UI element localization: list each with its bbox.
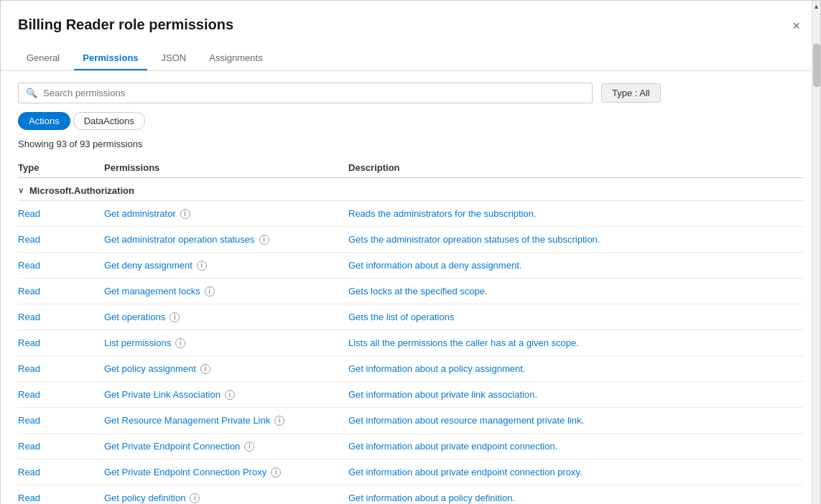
table-row: Read Get deny assignment i Get informati… [18,253,803,279]
info-icon[interactable]: i [197,261,207,271]
table-row: Read Get administrator operation statuse… [18,227,803,253]
desc-cell: Gets locks at the specified scope. [348,286,803,297]
info-icon[interactable]: i [274,416,284,426]
info-icon[interactable]: i [200,364,210,374]
perm-cell: Get deny assignment i [104,260,348,271]
chevron-icon[interactable]: ∨ [18,186,24,195]
info-icon[interactable]: i [259,235,269,245]
table-row: Read Get Private Link Association i Get … [18,382,803,408]
desc-cell: Get information about resource managemen… [348,415,803,426]
desc-cell: Get information about private endpoint c… [348,441,803,452]
perm-name: Get administrator operation statuses [104,234,255,245]
col-header-permissions: Permissions [104,162,348,173]
perm-name: Get Private Link Association [104,389,221,400]
desc-cell: Lists all the permissions the caller has… [348,337,803,348]
tab-general[interactable]: General [18,47,68,70]
perm-cell: Get Private Endpoint Connection Proxy i [104,467,348,477]
type-cell: Read [18,493,104,503]
table-row: Read Get Private Endpoint Connection i G… [18,434,803,459]
tab-permissions[interactable]: Permissions [74,47,147,70]
desc-cell: Get information about private endpoint c… [348,467,803,477]
table-row: Read List permissions i Lists all the pe… [18,330,803,356]
scrollbar-thumb[interactable] [813,44,820,87]
search-box[interactable]: 🔍 [18,83,593,103]
filter-dataactions[interactable]: DataActions [73,112,145,130]
perm-name: Get Resource Management Private Link [104,415,270,426]
table-row: Read Get policy assignment i Get informa… [18,356,803,382]
type-cell: Read [18,363,104,374]
close-button[interactable]: × [789,17,803,35]
col-header-type: Type [18,162,104,173]
info-icon[interactable]: i [225,390,235,400]
table-row: Read Get policy definition i Get informa… [18,485,803,504]
dialog-title: Billing Reader role permissions [18,15,233,34]
type-cell: Read [18,312,104,322]
perm-name: List permissions [104,337,171,348]
perm-name: Get management locks [104,286,200,297]
perm-cell: Get Private Endpoint Connection i [104,441,348,452]
perm-cell: Get policy assignment i [104,363,348,374]
table-row: Read Get Private Endpoint Connection Pro… [18,459,803,485]
desc-cell: Reads the administrators for the subscri… [348,208,803,219]
desc-cell: Get information about private link assoc… [348,389,803,400]
info-icon[interactable]: i [180,209,190,219]
info-icon[interactable]: i [205,286,215,297]
perm-name: Get deny assignment [104,260,193,271]
type-cell: Read [18,467,104,477]
tab-json[interactable]: JSON [153,47,195,70]
type-badge[interactable]: Type : All [601,83,661,103]
perm-cell: Get management locks i [104,286,348,297]
table-header: Type Permissions Description [18,158,803,178]
info-icon[interactable]: i [175,338,185,348]
type-cell: Read [18,208,104,219]
perm-cell: Get Resource Management Private Link i [104,415,348,426]
scrollbar-track[interactable]: ▲ ▼ [812,1,820,504]
desc-cell: Gets the administrator opreation statuse… [348,234,803,245]
perm-cell: Get administrator operation statuses i [104,234,348,245]
type-cell: Read [18,441,104,452]
tabs-bar: General Permissions JSON Assignments [1,35,820,71]
filter-actions[interactable]: Actions [18,112,70,130]
type-cell: Read [18,234,104,245]
group-name: Microsoft.Authorization [29,185,134,196]
type-cell: Read [18,260,104,271]
search-row: 🔍 Type : All [18,83,803,103]
perm-name: Get policy assignment [104,363,196,374]
info-icon[interactable]: i [190,493,200,503]
perm-cell: List permissions i [104,337,348,348]
tab-assignments[interactable]: Assignments [200,47,271,70]
perm-name: Get Private Endpoint Connection Proxy [104,467,266,477]
info-icon[interactable]: i [244,442,254,452]
perm-name: Get Private Endpoint Connection [104,441,240,452]
showing-text: Showing 93 of 93 permissions [18,139,803,149]
perm-cell: Get operations i [104,312,348,322]
desc-cell: Get information about a policy definitio… [348,493,803,503]
content-area: 🔍 Type : All Actions DataActions Showing… [1,71,820,504]
table-row: Read Get Resource Management Private Lin… [18,408,803,434]
type-cell: Read [18,286,104,297]
col-header-description: Description [348,162,803,173]
dialog: ▲ ▼ Billing Reader role permissions × Ge… [0,0,821,504]
type-cell: Read [18,415,104,426]
desc-cell: Get information about a deny assignment. [348,260,803,271]
table-row: Read Get management locks i Gets locks a… [18,279,803,304]
scroll-up-arrow[interactable]: ▲ [812,1,820,12]
perm-name: Get policy definition [104,493,185,503]
perm-cell: Get policy definition i [104,493,348,503]
perm-name: Get administrator [104,208,176,219]
dialog-header: Billing Reader role permissions × [1,1,820,35]
search-icon: 🔍 [26,88,37,98]
group-row: ∨ Microsoft.Authorization [18,178,803,201]
type-cell: Read [18,337,104,348]
table-row: Read Get administrator i Reads the admin… [18,201,803,227]
permissions-table: Read Get administrator i Reads the admin… [18,201,803,504]
perm-cell: Get Private Link Association i [104,389,348,400]
info-icon[interactable]: i [170,312,180,322]
desc-cell: Gets the list of operations [348,312,803,322]
type-cell: Read [18,389,104,400]
search-input[interactable] [43,88,585,98]
table-row: Read Get operations i Gets the list of o… [18,304,803,330]
filter-row: Actions DataActions [18,112,803,130]
info-icon[interactable]: i [271,467,281,477]
desc-cell: Get information about a policy assignmen… [348,363,803,374]
